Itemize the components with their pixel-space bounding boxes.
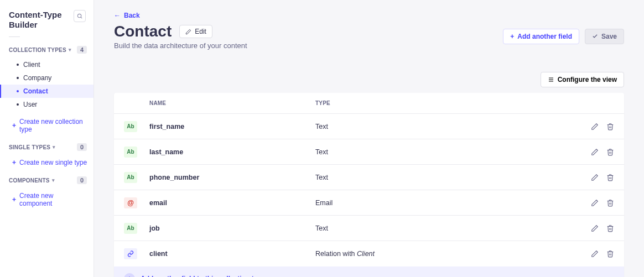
field-type: Text <box>315 123 575 130</box>
section-label: COLLECTION TYPES <box>9 47 66 53</box>
plus-circle-icon: + <box>124 273 135 277</box>
create-component[interactable]: + Create new component <box>0 189 94 211</box>
field-type-icon: Ab <box>124 223 137 234</box>
sidebar-title: Content-Type Builder <box>9 10 74 30</box>
field-type-icon: Ab <box>124 147 137 158</box>
field-type-icon <box>124 248 137 259</box>
page-title: Contact <box>114 23 172 40</box>
chevron-down-icon: ▾ <box>53 144 55 150</box>
col-name: NAME <box>149 100 315 106</box>
table-row: AbjobText <box>114 216 624 241</box>
back-label: Back <box>124 12 140 19</box>
add-label: Create new single type <box>19 159 87 166</box>
edit-button[interactable]: Edit <box>179 25 212 38</box>
table-row: Abfirst_nameText <box>114 114 624 139</box>
field-name: email <box>149 199 315 207</box>
sidebar-item-label: Company <box>23 74 51 82</box>
sidebar-item-client[interactable]: Client <box>0 58 94 71</box>
table-row: clientRelation with Client <box>114 241 624 266</box>
page-subtitle: Build the data architecture of your cont… <box>114 41 247 50</box>
sidebar: Content-Type Builder COLLECTION TYPES ▾ … <box>0 0 94 277</box>
field-name: job <box>149 224 315 232</box>
configure-view-button[interactable]: Configure the view <box>541 72 624 87</box>
count-badge: 0 <box>77 176 87 184</box>
sidebar-item-company[interactable]: Company <box>0 71 94 85</box>
table-row: Abphone_numberText <box>114 165 624 190</box>
svg-point-0 <box>77 14 81 17</box>
field-name: client <box>149 250 315 258</box>
edit-field-button[interactable] <box>591 224 599 232</box>
fields-table: NAME TYPE Abfirst_nameTextAblast_nameTex… <box>114 93 624 277</box>
pencil-icon <box>185 29 191 35</box>
add-field-row[interactable]: + Add another field to this collection t… <box>114 266 624 277</box>
table-header: NAME TYPE <box>114 93 624 114</box>
chevron-down-icon: ▾ <box>69 47 71 53</box>
main: ← Back Contact Edit Build the data archi… <box>94 0 644 277</box>
field-type: Text <box>315 148 575 156</box>
field-name: first_name <box>149 123 315 130</box>
count-badge: 0 <box>77 143 87 151</box>
table-row: @emailEmail <box>114 190 624 216</box>
edit-field-button[interactable] <box>591 199 599 207</box>
section-head-collection[interactable]: COLLECTION TYPES ▾ 4 <box>0 44 94 56</box>
check-icon <box>592 33 598 39</box>
delete-field-button[interactable] <box>606 199 614 207</box>
edit-field-button[interactable] <box>591 148 599 156</box>
field-type-icon: Ab <box>124 172 137 183</box>
field-name: phone_number <box>149 174 315 181</box>
section-head-components[interactable]: COMPONENTS ▾ 0 <box>0 174 94 186</box>
add-row-label: Add another field to this collection typ… <box>141 275 265 277</box>
sidebar-list-collection: Client Company Contact User <box>0 58 94 111</box>
save-label: Save <box>601 33 617 40</box>
sidebar-item-label: Client <box>23 61 40 69</box>
col-type: TYPE <box>315 100 575 106</box>
create-single-type[interactable]: + Create new single type <box>0 155 94 170</box>
edit-field-button[interactable] <box>591 123 599 130</box>
field-type: Text <box>315 174 575 181</box>
search-button[interactable] <box>74 10 86 22</box>
section-label: SINGLE TYPES <box>9 144 50 150</box>
field-name: last_name <box>149 148 315 156</box>
add-field-label: Add another field <box>517 33 572 40</box>
save-button[interactable]: Save <box>585 29 624 44</box>
layout-icon <box>548 76 554 83</box>
create-collection-type[interactable]: + Create new collection type <box>0 114 94 137</box>
svg-line-1 <box>80 17 81 18</box>
edit-field-button[interactable] <box>591 250 599 258</box>
section-label: COMPONENTS <box>9 177 50 184</box>
field-type: Text <box>315 224 575 232</box>
edit-label: Edit <box>195 28 206 35</box>
sidebar-item-label: User <box>23 101 37 108</box>
section-head-single[interactable]: SINGLE TYPES ▾ 0 <box>0 141 94 153</box>
chevron-down-icon: ▾ <box>52 177 55 183</box>
delete-field-button[interactable] <box>606 123 614 130</box>
field-type: Relation with Client <box>315 250 575 258</box>
delete-field-button[interactable] <box>606 148 614 156</box>
back-link[interactable]: ← Back <box>114 12 140 19</box>
delete-field-button[interactable] <box>606 224 614 232</box>
sidebar-item-label: Contact <box>23 87 48 95</box>
plus-icon: + <box>510 33 514 40</box>
field-type-icon: Ab <box>124 121 137 132</box>
field-type: Email <box>315 199 575 207</box>
sidebar-item-user[interactable]: User <box>0 98 94 111</box>
plus-icon: + <box>12 122 16 129</box>
table-row: Ablast_nameText <box>114 139 624 165</box>
add-label: Create new collection type <box>19 118 88 133</box>
count-badge: 4 <box>77 46 87 54</box>
delete-field-button[interactable] <box>606 174 614 181</box>
add-label: Create new component <box>19 192 88 207</box>
arrow-left-icon: ← <box>114 12 121 19</box>
plus-icon: + <box>12 159 16 166</box>
delete-field-button[interactable] <box>606 250 614 258</box>
sidebar-item-contact[interactable]: Contact <box>0 85 94 98</box>
add-field-button[interactable]: + Add another field <box>503 29 579 44</box>
search-icon <box>77 13 83 19</box>
configure-label: Configure the view <box>558 76 617 83</box>
field-type-icon: @ <box>124 197 137 208</box>
edit-field-button[interactable] <box>591 174 599 181</box>
divider <box>9 36 20 37</box>
plus-icon: + <box>12 196 16 203</box>
